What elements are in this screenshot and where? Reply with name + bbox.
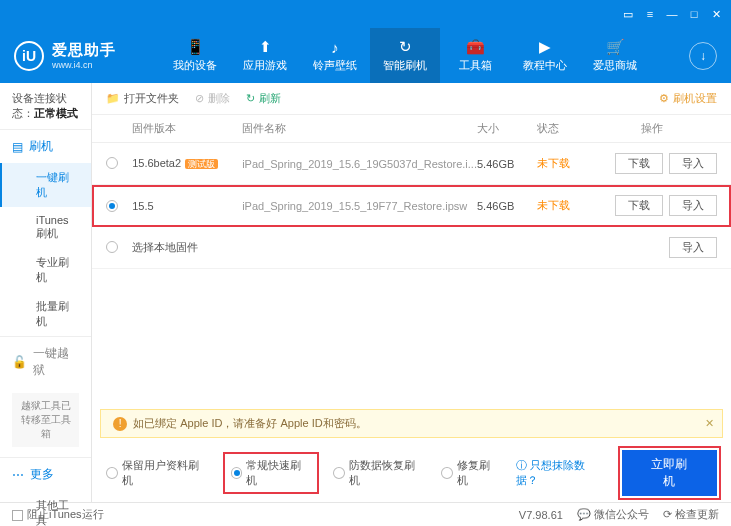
logo-url: www.i4.cn — [52, 60, 116, 70]
table-header: 固件版本 固件名称 大小 状态 操作 — [92, 115, 731, 143]
mode-bar: 保留用户资料刷机常规快速刷机防数据恢复刷机修复刷机ⓘ 只想抹除数据？立即刷机 — [92, 444, 731, 502]
logo-text: 爱思助手 — [52, 41, 116, 60]
delete-icon: ⊘ — [195, 92, 204, 105]
nav-5[interactable]: ▶教程中心 — [510, 28, 580, 83]
nav-icon-3: ↻ — [396, 38, 414, 56]
nav-6[interactable]: 🛒爱思商城 — [580, 28, 650, 83]
toolbar: 📁打开文件夹 ⊘删除 ↻刷新 ⚙刷机设置 — [92, 83, 731, 115]
group-icon: ⋯ — [12, 468, 24, 482]
col-name: 固件名称 — [242, 121, 477, 136]
flash-settings-label: 刷机设置 — [673, 91, 717, 106]
nav-icon-2: ♪ — [326, 38, 344, 56]
mode-radio-2 — [333, 467, 345, 479]
download-indicator-icon[interactable]: ↓ — [689, 42, 717, 70]
local-firmware-row[interactable]: 选择本地固件 导入 — [92, 227, 731, 269]
nav-0[interactable]: 📱我的设备 — [160, 28, 230, 83]
mode-option-3[interactable]: 修复刷机 — [441, 458, 500, 488]
status-0: 未下载 — [537, 156, 587, 171]
nav-label-3: 智能刷机 — [383, 58, 427, 73]
size-0: 5.46GB — [477, 158, 537, 170]
radio-0[interactable] — [106, 157, 118, 169]
check-update-link[interactable]: ⟳ 检查更新 — [663, 507, 719, 522]
side-group-head-0[interactable]: ▤刷机 — [0, 130, 91, 163]
connection-status-value: 正常模式 — [34, 107, 78, 119]
side-item-0-2[interactable]: 专业刷机 — [0, 248, 91, 292]
check-update-label: 检查更新 — [675, 508, 719, 520]
firmware-row-1[interactable]: 15.5 iPad_Spring_2019_15.5_19F77_Restore… — [92, 185, 731, 227]
size-1: 5.46GB — [477, 200, 537, 212]
group-label: 刷机 — [29, 138, 53, 155]
nav-4[interactable]: 🧰工具箱 — [440, 28, 510, 83]
wechat-label: 微信公众号 — [594, 508, 649, 520]
nav-label-4: 工具箱 — [459, 58, 492, 73]
group-label: 更多 — [30, 466, 54, 483]
filename-0: iPad_Spring_2019_15.6_19G5037d_Restore.i… — [242, 158, 477, 170]
nav-icon-5: ▶ — [536, 38, 554, 56]
refresh-icon: ↻ — [246, 92, 255, 105]
filename-1: iPad_Spring_2019_15.5_19F77_Restore.ipsw — [242, 200, 477, 212]
open-folder-button[interactable]: 📁打开文件夹 — [106, 91, 179, 106]
nav-3[interactable]: ↻智能刷机 — [370, 28, 440, 83]
nav-2[interactable]: ♪铃声壁纸 — [300, 28, 370, 83]
update-icon: ⟳ — [663, 508, 672, 520]
block-itunes-checkbox[interactable]: 阻止iTunes运行 — [12, 507, 104, 522]
side-group-head-1[interactable]: 🔓一键越狱 — [0, 337, 91, 387]
import-button-local[interactable]: 导入 — [669, 237, 717, 258]
warning-bar: ! 如已绑定 Apple ID，请准备好 Apple ID和密码。 ✕ — [100, 409, 723, 438]
version-label: V7.98.61 — [519, 509, 563, 521]
nav-label-1: 应用游戏 — [243, 58, 287, 73]
group-label: 一键越狱 — [33, 345, 79, 379]
flash-settings-button[interactable]: ⚙刷机设置 — [659, 91, 717, 106]
import-button-0[interactable]: 导入 — [669, 153, 717, 174]
status-1: 未下载 — [537, 198, 587, 213]
logo-block: iU 爱思助手 www.i4.cn — [0, 41, 160, 71]
firmware-row-0[interactable]: 15.6beta2测试版 iPad_Spring_2019_15.6_19G50… — [92, 143, 731, 185]
warning-close-icon[interactable]: ✕ — [705, 417, 714, 430]
side-group-head-2[interactable]: ⋯更多 — [0, 458, 91, 491]
help-link[interactable]: 只想抹除数据？ — [516, 459, 585, 486]
mode-label-1: 常规快速刷机 — [246, 458, 311, 488]
side-item-0-0[interactable]: 一键刷机 — [0, 163, 91, 207]
nav-icon-6: 🛒 — [606, 38, 624, 56]
mode-option-0[interactable]: 保留用户资料刷机 — [106, 458, 208, 488]
mode-radio-1 — [231, 467, 243, 479]
nav-label-0: 我的设备 — [173, 58, 217, 73]
version-0: 15.6beta2测试版 — [132, 157, 242, 171]
import-button-1[interactable]: 导入 — [669, 195, 717, 216]
side-note: 越狱工具已转移至工具箱 — [12, 393, 79, 447]
side-item-0-3[interactable]: 批量刷机 — [0, 292, 91, 336]
nav-1[interactable]: ⬆应用游戏 — [230, 28, 300, 83]
download-button-1[interactable]: 下载 — [615, 195, 663, 216]
version-1: 15.5 — [132, 200, 242, 212]
radio-local[interactable] — [106, 241, 118, 253]
tray-icon[interactable]: ≡ — [643, 7, 657, 21]
download-button-0[interactable]: 下载 — [615, 153, 663, 174]
warning-text: 如已绑定 Apple ID，请准备好 Apple ID和密码。 — [133, 416, 367, 431]
mode-option-2[interactable]: 防数据恢复刷机 — [333, 458, 425, 488]
window-titlebar: ▭ ≡ — □ ✕ — [0, 0, 731, 28]
badge-0: 测试版 — [185, 159, 218, 169]
refresh-button[interactable]: ↻刷新 — [246, 91, 281, 106]
menu-icon[interactable]: ▭ — [621, 7, 635, 21]
side-item-0-1[interactable]: iTunes刷机 — [0, 207, 91, 248]
flash-now-button[interactable]: 立即刷机 — [622, 450, 717, 496]
warning-icon: ! — [113, 417, 127, 431]
radio-1[interactable] — [106, 200, 118, 212]
maximize-icon[interactable]: □ — [687, 7, 701, 21]
close-icon[interactable]: ✕ — [709, 7, 723, 21]
nav-icon-4: 🧰 — [466, 38, 484, 56]
mode-label-3: 修复刷机 — [457, 458, 500, 488]
minimize-icon[interactable]: — — [665, 7, 679, 21]
open-folder-label: 打开文件夹 — [124, 91, 179, 106]
status-bar: 阻止iTunes运行 V7.98.61 💬 微信公众号 ⟳ 检查更新 — [0, 502, 731, 526]
delete-button[interactable]: ⊘删除 — [195, 91, 230, 106]
refresh-label: 刷新 — [259, 91, 281, 106]
folder-icon: 📁 — [106, 92, 120, 105]
mode-label-2: 防数据恢复刷机 — [349, 458, 425, 488]
nav-label-5: 教程中心 — [523, 58, 567, 73]
mode-option-1[interactable]: 常规快速刷机 — [225, 454, 318, 492]
col-status: 状态 — [537, 121, 587, 136]
nav-icon-0: 📱 — [186, 38, 204, 56]
col-ops: 操作 — [587, 121, 717, 136]
wechat-link[interactable]: 💬 微信公众号 — [577, 507, 649, 522]
